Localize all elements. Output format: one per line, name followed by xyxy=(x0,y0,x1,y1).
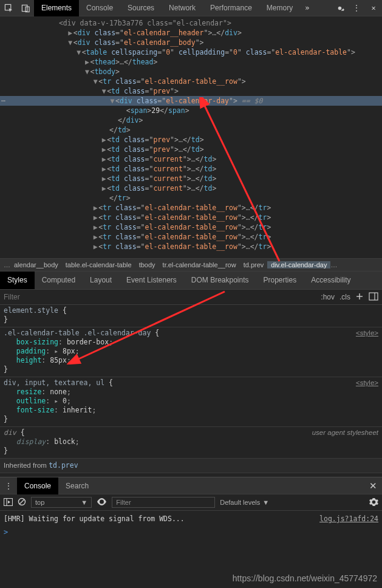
console-sidebar-toggle-icon[interactable] xyxy=(4,498,13,507)
breadcrumb-item[interactable]: tbody xyxy=(135,261,159,268)
console-filter-input[interactable]: Filter xyxy=(112,497,215,508)
console-output[interactable]: [HMR] Waiting for update signal from WDS… xyxy=(0,511,382,527)
dom-node[interactable]: ▶<div class="el-calendar__header">…</div… xyxy=(0,28,382,38)
breadcrumb-item[interactable]: alendar__body xyxy=(10,261,62,268)
more-tabs-chevron-icon[interactable]: » xyxy=(300,4,314,12)
css-rule[interactable]: <style> div, input, textarea, ul { resiz… xyxy=(0,377,382,427)
console-message[interactable]: [HMR] Waiting for update signal from WDS… xyxy=(4,513,378,524)
device-toggle-icon[interactable] xyxy=(17,0,34,16)
dom-node[interactable]: ▼<td class="prev"> xyxy=(0,86,382,96)
dom-selected-node[interactable]: ⋯ ▼<div class="el-calendar-day"> == $0 xyxy=(0,96,382,106)
inherited-from-header: Inherited from td.prev xyxy=(0,459,382,473)
subtab-accessibility[interactable]: Accessibility xyxy=(304,272,358,289)
close-devtools-icon[interactable]: ✕ xyxy=(365,0,382,16)
rule-source-link[interactable]: <style> xyxy=(356,329,378,338)
drawer-tab-console[interactable]: Console xyxy=(17,477,58,494)
styles-filter-input[interactable] xyxy=(4,293,321,301)
tab-memory[interactable]: Memory xyxy=(259,0,300,16)
console-source-link[interactable]: log.js?1afd:24 xyxy=(319,513,378,524)
dom-node[interactable]: ▶<tr class="el-calendar-table__row">…</t… xyxy=(0,203,382,213)
close-drawer-icon[interactable]: ✕ xyxy=(364,480,382,491)
svg-line-11 xyxy=(19,499,24,504)
dom-node[interactable]: ▶<thead>…</thead> xyxy=(0,57,382,67)
breadcrumb-item[interactable]: tr.el-calendar-table__row xyxy=(159,261,240,268)
tab-sources[interactable]: Sources xyxy=(120,0,162,16)
dom-node[interactable]: ▶<tr class="el-calendar-table__row">…</t… xyxy=(0,242,382,251)
tab-console[interactable]: Console xyxy=(79,0,120,16)
styles-subtabs: Styles Computed Layout Event Listeners D… xyxy=(0,272,382,289)
subtab-styles[interactable]: Styles xyxy=(0,272,35,289)
css-rule[interactable]: element.style { } xyxy=(0,305,382,327)
console-settings-icon[interactable] xyxy=(369,497,378,508)
dom-node[interactable]: ▼<div class="el-calendar__body"> xyxy=(0,38,382,47)
tab-elements[interactable]: Elements xyxy=(34,0,79,16)
svg-rect-5 xyxy=(369,293,378,300)
watermark: https://blog.csdn.net/weixin_45774972 xyxy=(233,573,377,583)
dom-node[interactable]: </td> xyxy=(0,125,382,135)
kebab-menu-icon[interactable]: ⋮ xyxy=(348,0,365,16)
tab-performance[interactable]: Performance xyxy=(203,0,259,16)
dom-node[interactable]: ▼<table cellspacing="0" cellpadding="0" … xyxy=(0,47,382,57)
dom-node[interactable]: <span>29</span> xyxy=(0,106,382,115)
css-rule[interactable]: <style> .el-calendar-table .el-calendar-… xyxy=(0,327,382,377)
hov-toggle[interactable]: :hov xyxy=(321,293,335,301)
subtab-computed[interactable]: Computed xyxy=(35,272,83,289)
dom-node[interactable]: ▼<tr class="el-calendar-table__row"> xyxy=(0,77,382,86)
subtab-event-listeners[interactable]: Event Listeners xyxy=(119,272,184,289)
drawer-menu-icon[interactable]: ⋮ xyxy=(0,482,17,490)
console-prompt[interactable]: > xyxy=(0,527,382,538)
cls-toggle[interactable]: .cls xyxy=(339,293,350,301)
dom-node[interactable]: ▶<td class="prev">…</td> xyxy=(0,145,382,154)
console-levels-select[interactable]: Default levels▼ xyxy=(220,499,269,506)
dom-node[interactable]: ▼<tbody> xyxy=(0,67,382,77)
tab-network[interactable]: Network xyxy=(162,0,203,16)
gear-icon[interactable] xyxy=(331,0,348,16)
drawer-tab-search[interactable]: Search xyxy=(58,477,96,494)
devtools-main-tabs: Elements Console Sources Network Perform… xyxy=(0,0,382,16)
breadcrumb-ellipsis[interactable]: … xyxy=(4,261,10,268)
dom-node[interactable]: ▶<td class="current">…</td> xyxy=(0,154,382,164)
dom-node[interactable]: ▶<td class="current">…</td> xyxy=(0,183,382,193)
styles-toggle-sidebar-icon[interactable] xyxy=(369,292,378,303)
console-context-select[interactable]: top▼ xyxy=(31,497,92,508)
breadcrumb-item[interactable]: table.el-calendar-table xyxy=(62,261,135,268)
clear-console-icon[interactable] xyxy=(18,497,26,507)
inspect-element-icon[interactable] xyxy=(0,0,17,16)
console-toolbar: top▼ Filter Default levels▼ xyxy=(0,494,382,511)
svg-marker-9 xyxy=(8,501,10,504)
new-style-rule-icon[interactable] xyxy=(355,292,364,303)
styles-pane[interactable]: element.style { } <style> .el-calendar-t… xyxy=(0,305,382,477)
subtab-dom-breakpoints[interactable]: DOM Breakpoints xyxy=(184,272,256,289)
breadcrumb-item[interactable]: td.prev xyxy=(240,261,268,268)
breadcrumb-ellipsis[interactable]: … xyxy=(330,261,337,268)
dom-node[interactable]: ▶<tr class="el-calendar-table__row">…</t… xyxy=(0,222,382,232)
dom-node[interactable]: ▶<tr class="el-calendar-table__row">…</t… xyxy=(0,232,382,242)
dom-node[interactable]: <div data-v-17b3a776 class="el-calendar"… xyxy=(0,18,382,28)
dom-node[interactable]: </tr> xyxy=(0,193,382,203)
rule-source-link[interactable]: <style> xyxy=(356,378,378,388)
dom-node[interactable]: ▶<tr class="el-calendar-table__row">…</t… xyxy=(0,213,382,222)
subtab-layout[interactable]: Layout xyxy=(83,272,119,289)
dom-tree[interactable]: <div data-v-17b3a776 class="el-calendar"… xyxy=(0,16,382,258)
breadcrumb[interactable]: … alendar__body table.el-calendar-table … xyxy=(0,258,382,272)
subtab-properties[interactable]: Properties xyxy=(256,272,304,289)
breadcrumb-item-active[interactable]: div.el-calendar-day xyxy=(267,261,330,268)
dom-node[interactable]: ▶<td class="prev">…</td> xyxy=(0,135,382,145)
dom-node[interactable]: </div> xyxy=(0,115,382,125)
rule-ua-label: user agent stylesheet xyxy=(312,428,378,437)
css-rule[interactable]: user agent stylesheet div { display: blo… xyxy=(0,427,382,459)
dom-node[interactable]: ▶<td class="current">…</td> xyxy=(0,164,382,174)
styles-filter-bar: :hov .cls xyxy=(0,289,382,305)
svg-rect-1 xyxy=(22,5,27,11)
dom-node[interactable]: ▶<td class="current">…</td> xyxy=(0,174,382,183)
drawer-tabs: ⋮ Console Search ✕ xyxy=(0,477,382,494)
live-expression-icon[interactable] xyxy=(97,498,107,507)
